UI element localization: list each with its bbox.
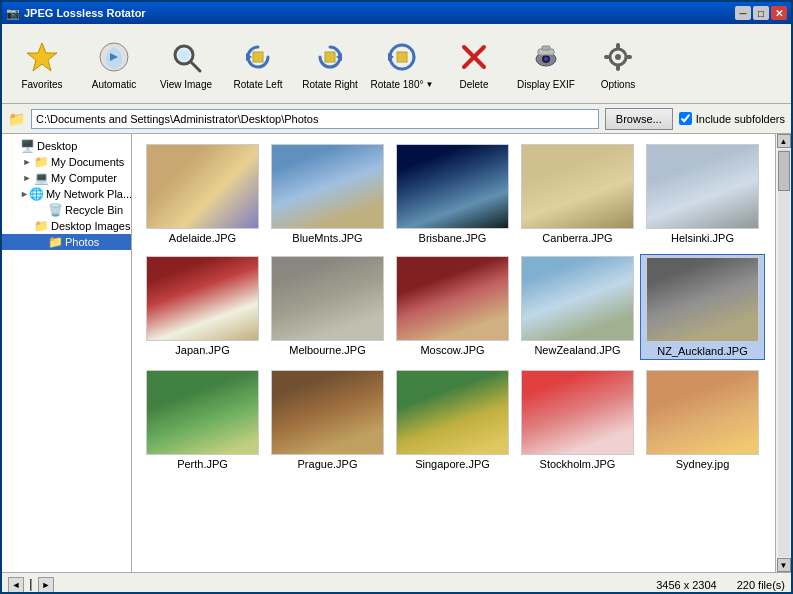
tree-item-desktop[interactable]: 🖥️Desktop bbox=[2, 138, 131, 154]
rotate-right-icon bbox=[310, 37, 350, 77]
tree-icon-desktop: 🖥️ bbox=[20, 139, 35, 153]
rotate-left-button[interactable]: Rotate Left bbox=[222, 28, 294, 100]
titlebar: 📷 JPEG Lossless Rotator ─ □ ✕ bbox=[2, 2, 791, 24]
tree-item-desktop-images[interactable]: 📁Desktop Images bbox=[2, 218, 131, 234]
tree-icon-my-network: 🌐 bbox=[29, 187, 44, 201]
tree-expand-my-computer[interactable]: ► bbox=[20, 173, 34, 183]
thumbnail-label-japan: Japan.JPG bbox=[175, 344, 229, 356]
thumbnail-brisbane[interactable]: Brisbane.JPG bbox=[390, 142, 515, 246]
thumbnail-image-newzealand bbox=[521, 256, 634, 341]
thumbnail-newzealand[interactable]: NewZealand.JPG bbox=[515, 254, 640, 360]
thumbnail-image-bluemnts bbox=[271, 144, 384, 229]
tree-label-my-network: My Network Pla... bbox=[46, 188, 132, 200]
delete-label: Delete bbox=[460, 79, 489, 90]
tree-item-recycle-bin[interactable]: 🗑️Recycle Bin bbox=[2, 202, 131, 218]
close-button[interactable]: ✕ bbox=[771, 6, 787, 20]
tree-expand-my-documents[interactable]: ► bbox=[20, 157, 34, 167]
include-subfolders-container: Include subfolders bbox=[679, 112, 785, 125]
options-button[interactable]: Options bbox=[582, 28, 654, 100]
rotate-180-button[interactable]: Rotate 180° ▼ bbox=[366, 28, 438, 100]
svg-rect-6 bbox=[253, 52, 263, 62]
thumbnail-label-bluemnts: BlueMnts.JPG bbox=[292, 232, 362, 244]
view-image-icon bbox=[166, 37, 206, 77]
tree-label-desktop-images: Desktop Images bbox=[51, 220, 130, 232]
thumbnail-label-brisbane: Brisbane.JPG bbox=[419, 232, 487, 244]
svg-rect-8 bbox=[325, 52, 335, 62]
thumbnail-label-nzauckland: NZ_Auckland.JPG bbox=[657, 345, 747, 357]
thumbnail-canberra[interactable]: Canberra.JPG bbox=[515, 142, 640, 246]
thumbnail-perth[interactable]: Perth.JPG bbox=[140, 368, 265, 472]
thumbnail-image-sydney bbox=[646, 370, 759, 455]
thumbnail-image-singapore bbox=[396, 370, 509, 455]
display-exif-icon bbox=[526, 37, 566, 77]
maximize-button[interactable]: □ bbox=[753, 6, 769, 20]
thumbnail-image-nzauckland bbox=[646, 257, 759, 342]
svg-rect-22 bbox=[604, 55, 610, 59]
delete-button[interactable]: Delete bbox=[438, 28, 510, 100]
titlebar-controls: ─ □ ✕ bbox=[735, 6, 787, 20]
rotate-right-label: Rotate Right bbox=[302, 79, 358, 90]
rotate-180-icon bbox=[382, 37, 422, 77]
thumbnail-image-melbourne bbox=[271, 256, 384, 341]
thumbnail-label-newzealand: NewZealand.JPG bbox=[534, 344, 620, 356]
statusbar-info: 3456 x 2304 220 file(s) bbox=[656, 579, 785, 591]
statusbar-scroll-left[interactable]: ◄ bbox=[8, 577, 24, 593]
tree-item-my-computer[interactable]: ►💻My Computer bbox=[2, 170, 131, 186]
svg-rect-10 bbox=[397, 52, 407, 62]
folder-tree: 🖥️Desktop►📁My Documents►💻My Computer►🌐My… bbox=[2, 134, 132, 572]
app-icon: 📷 bbox=[6, 7, 20, 20]
main-area: 🖥️Desktop►📁My Documents►💻My Computer►🌐My… bbox=[2, 134, 791, 572]
thumbnail-singapore[interactable]: Singapore.JPG bbox=[390, 368, 515, 472]
scroll-down-button[interactable]: ▼ bbox=[777, 558, 791, 572]
tree-item-my-network[interactable]: ►🌐My Network Pla... bbox=[2, 186, 131, 202]
image-dimensions: 3456 x 2304 bbox=[656, 579, 717, 591]
tree-label-recycle-bin: Recycle Bin bbox=[65, 204, 123, 216]
thumbnail-image-prague bbox=[271, 370, 384, 455]
tree-expand-my-network[interactable]: ► bbox=[20, 189, 29, 199]
thumbnail-nzauckland[interactable]: NZ_Auckland.JPG bbox=[640, 254, 765, 360]
thumbnail-bluemnts[interactable]: BlueMnts.JPG bbox=[265, 142, 390, 246]
include-subfolders-checkbox[interactable] bbox=[679, 112, 692, 125]
thumbnail-adelaide[interactable]: Adelaide.JPG bbox=[140, 142, 265, 246]
scroll-up-button[interactable]: ▲ bbox=[777, 134, 791, 148]
tree-icon-photos: 📁 bbox=[48, 235, 63, 249]
tree-label-desktop: Desktop bbox=[37, 140, 77, 152]
rotate-right-button[interactable]: Rotate Right bbox=[294, 28, 366, 100]
path-input[interactable] bbox=[31, 109, 599, 129]
rotate-left-label: Rotate Left bbox=[234, 79, 283, 90]
tree-item-my-documents[interactable]: ►📁My Documents bbox=[2, 154, 131, 170]
thumbnail-label-adelaide: Adelaide.JPG bbox=[169, 232, 236, 244]
thumbnail-label-perth: Perth.JPG bbox=[177, 458, 228, 470]
thumbnail-label-melbourne: Melbourne.JPG bbox=[289, 344, 365, 356]
display-exif-button[interactable]: Display EXIF bbox=[510, 28, 582, 100]
thumbnail-image-perth bbox=[146, 370, 259, 455]
automatic-label: Automatic bbox=[92, 79, 136, 90]
scroll-track bbox=[778, 149, 790, 557]
view-image-label: View Image bbox=[160, 79, 212, 90]
thumbnail-stockholm[interactable]: Stockholm.JPG bbox=[515, 368, 640, 472]
thumbnail-label-singapore: Singapore.JPG bbox=[415, 458, 490, 470]
tree-item-photos[interactable]: 📁Photos bbox=[2, 234, 131, 250]
thumbnail-melbourne[interactable]: Melbourne.JPG bbox=[265, 254, 390, 360]
rotate-left-icon bbox=[238, 37, 278, 77]
rotate-180-dropdown-icon[interactable]: ▼ bbox=[426, 80, 434, 89]
favorites-icon bbox=[22, 37, 62, 77]
browse-button[interactable]: Browse... bbox=[605, 108, 673, 130]
thumbnail-helsinki[interactable]: Helsinki.JPG bbox=[640, 142, 765, 246]
thumbnail-moscow[interactable]: Moscow.JPG bbox=[390, 254, 515, 360]
thumbnail-prague[interactable]: Prague.JPG bbox=[265, 368, 390, 472]
automatic-button[interactable]: Automatic bbox=[78, 28, 150, 100]
scroll-thumb[interactable] bbox=[778, 151, 790, 191]
svg-marker-0 bbox=[27, 43, 57, 71]
thumbnail-label-helsinki: Helsinki.JPG bbox=[671, 232, 734, 244]
thumbnail-japan[interactable]: Japan.JPG bbox=[140, 254, 265, 360]
minimize-button[interactable]: ─ bbox=[735, 6, 751, 20]
favorites-button[interactable]: Favorites bbox=[6, 28, 78, 100]
thumbnail-sydney[interactable]: Sydney.jpg bbox=[640, 368, 765, 472]
statusbar-scroll-right[interactable]: ► bbox=[38, 577, 54, 593]
svg-point-19 bbox=[615, 54, 621, 60]
display-exif-label: Display EXIF bbox=[517, 79, 575, 90]
view-image-button[interactable]: View Image bbox=[150, 28, 222, 100]
vertical-scrollbar[interactable]: ▲ ▼ bbox=[775, 134, 791, 572]
svg-rect-20 bbox=[616, 43, 620, 49]
